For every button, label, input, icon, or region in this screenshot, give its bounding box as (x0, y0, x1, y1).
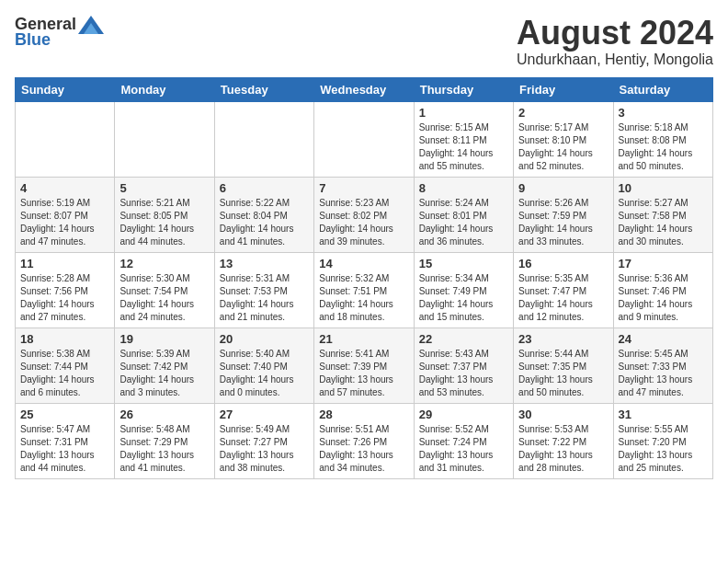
calendar-cell: 17Sunrise: 5:36 AM Sunset: 7:46 PM Dayli… (613, 252, 712, 327)
calendar-week-row: 11Sunrise: 5:28 AM Sunset: 7:56 PM Dayli… (16, 252, 713, 327)
calendar-cell: 19Sunrise: 5:39 AM Sunset: 7:42 PM Dayli… (115, 327, 214, 403)
day-number: 12 (119, 257, 209, 270)
day-info: Sunrise: 5:22 AM Sunset: 8:04 PM Dayligh… (220, 197, 309, 248)
day-info: Sunrise: 5:24 AM Sunset: 8:01 PM Dayligh… (419, 197, 508, 248)
day-info: Sunrise: 5:53 AM Sunset: 7:22 PM Dayligh… (518, 423, 608, 475)
calendar-cell: 4Sunrise: 5:19 AM Sunset: 8:07 PM Daylig… (16, 177, 115, 252)
day-info: Sunrise: 5:51 AM Sunset: 7:26 PM Dayligh… (319, 423, 408, 475)
calendar-cell: 28Sunrise: 5:51 AM Sunset: 7:26 PM Dayli… (314, 403, 414, 478)
day-number: 5 (119, 181, 209, 195)
day-info: Sunrise: 5:15 AM Sunset: 8:11 PM Dayligh… (419, 121, 508, 173)
day-number: 17 (619, 257, 708, 270)
day-number: 15 (419, 257, 508, 270)
calendar-cell: 31Sunrise: 5:55 AM Sunset: 7:20 PM Dayli… (613, 403, 712, 478)
day-number: 28 (319, 408, 408, 421)
day-number: 6 (220, 181, 309, 195)
calendar-cell: 12Sunrise: 5:30 AM Sunset: 7:54 PM Dayli… (115, 252, 214, 327)
calendar-cell: 6Sunrise: 5:22 AM Sunset: 8:04 PM Daylig… (214, 177, 313, 252)
logo-blue: Blue (15, 30, 51, 50)
calendar-cell: 18Sunrise: 5:38 AM Sunset: 7:44 PM Dayli… (16, 327, 115, 403)
day-info: Sunrise: 5:19 AM Sunset: 8:07 PM Dayligh… (20, 197, 109, 248)
weekday-header: Wednesday (314, 77, 414, 101)
day-number: 14 (319, 257, 408, 270)
weekday-header: Friday (514, 77, 613, 101)
calendar-cell: 15Sunrise: 5:34 AM Sunset: 7:49 PM Dayli… (414, 252, 513, 327)
day-number: 16 (518, 257, 608, 270)
calendar-week-row: 1Sunrise: 5:15 AM Sunset: 8:11 PM Daylig… (16, 101, 713, 177)
day-info: Sunrise: 5:34 AM Sunset: 7:49 PM Dayligh… (419, 272, 508, 324)
calendar-cell: 27Sunrise: 5:49 AM Sunset: 7:27 PM Dayli… (214, 403, 313, 478)
day-number: 10 (619, 181, 708, 195)
day-number: 7 (319, 181, 408, 195)
day-info: Sunrise: 5:31 AM Sunset: 7:53 PM Dayligh… (220, 272, 309, 324)
day-number: 31 (619, 408, 708, 421)
day-number: 11 (20, 257, 109, 270)
calendar-cell: 20Sunrise: 5:40 AM Sunset: 7:40 PM Dayli… (214, 327, 313, 403)
weekday-header: Sunday (16, 77, 115, 101)
calendar-cell: 3Sunrise: 5:18 AM Sunset: 8:08 PM Daylig… (613, 101, 712, 177)
day-number: 21 (319, 332, 408, 346)
logo: General Blue (15, 15, 106, 50)
calendar-cell (314, 101, 414, 177)
day-info: Sunrise: 5:55 AM Sunset: 7:20 PM Dayligh… (619, 423, 708, 475)
calendar-week-row: 18Sunrise: 5:38 AM Sunset: 7:44 PM Dayli… (16, 327, 713, 403)
weekday-header-row: SundayMondayTuesdayWednesdayThursdayFrid… (16, 77, 713, 101)
day-info: Sunrise: 5:47 AM Sunset: 7:31 PM Dayligh… (20, 423, 109, 475)
day-info: Sunrise: 5:28 AM Sunset: 7:56 PM Dayligh… (20, 272, 109, 324)
calendar-cell: 9Sunrise: 5:26 AM Sunset: 7:59 PM Daylig… (514, 177, 613, 252)
calendar-week-row: 25Sunrise: 5:47 AM Sunset: 7:31 PM Dayli… (16, 403, 713, 478)
day-info: Sunrise: 5:52 AM Sunset: 7:24 PM Dayligh… (419, 423, 508, 475)
calendar-cell: 1Sunrise: 5:15 AM Sunset: 8:11 PM Daylig… (414, 101, 513, 177)
day-number: 25 (20, 408, 109, 421)
calendar-cell: 14Sunrise: 5:32 AM Sunset: 7:51 PM Dayli… (314, 252, 414, 327)
weekday-header: Saturday (613, 77, 712, 101)
calendar-cell: 22Sunrise: 5:43 AM Sunset: 7:37 PM Dayli… (414, 327, 513, 403)
calendar-cell: 2Sunrise: 5:17 AM Sunset: 8:10 PM Daylig… (514, 101, 613, 177)
day-number: 29 (419, 408, 508, 421)
day-number: 2 (518, 106, 608, 120)
day-info: Sunrise: 5:27 AM Sunset: 7:58 PM Dayligh… (619, 197, 708, 248)
calendar-cell: 29Sunrise: 5:52 AM Sunset: 7:24 PM Dayli… (414, 403, 513, 478)
day-number: 19 (119, 332, 209, 346)
page-header: General Blue August 2024 Undurkhaan, Hen… (15, 15, 713, 68)
day-info: Sunrise: 5:44 AM Sunset: 7:35 PM Dayligh… (518, 348, 608, 399)
day-info: Sunrise: 5:17 AM Sunset: 8:10 PM Dayligh… (518, 121, 608, 173)
day-number: 4 (20, 181, 109, 195)
day-info: Sunrise: 5:39 AM Sunset: 7:42 PM Dayligh… (119, 348, 209, 399)
calendar-cell: 8Sunrise: 5:24 AM Sunset: 8:01 PM Daylig… (414, 177, 513, 252)
day-number: 30 (518, 408, 608, 421)
day-number: 20 (220, 332, 309, 346)
weekday-header: Monday (115, 77, 214, 101)
calendar-cell: 13Sunrise: 5:31 AM Sunset: 7:53 PM Dayli… (214, 252, 313, 327)
logo-icon (78, 16, 104, 34)
calendar-cell: 26Sunrise: 5:48 AM Sunset: 7:29 PM Dayli… (115, 403, 214, 478)
day-info: Sunrise: 5:35 AM Sunset: 7:47 PM Dayligh… (518, 272, 608, 324)
day-info: Sunrise: 5:32 AM Sunset: 7:51 PM Dayligh… (319, 272, 408, 324)
calendar-cell: 5Sunrise: 5:21 AM Sunset: 8:05 PM Daylig… (115, 177, 214, 252)
day-info: Sunrise: 5:36 AM Sunset: 7:46 PM Dayligh… (619, 272, 708, 324)
day-info: Sunrise: 5:30 AM Sunset: 7:54 PM Dayligh… (119, 272, 209, 324)
calendar-cell (214, 101, 313, 177)
calendar-cell: 21Sunrise: 5:41 AM Sunset: 7:39 PM Dayli… (314, 327, 414, 403)
day-info: Sunrise: 5:43 AM Sunset: 7:37 PM Dayligh… (419, 348, 508, 399)
location: Undurkhaan, Hentiy, Mongolia (517, 52, 713, 68)
day-number: 26 (119, 408, 209, 421)
calendar-cell: 11Sunrise: 5:28 AM Sunset: 7:56 PM Dayli… (16, 252, 115, 327)
day-number: 3 (619, 106, 708, 120)
day-number: 24 (619, 332, 708, 346)
calendar-cell: 7Sunrise: 5:23 AM Sunset: 8:02 PM Daylig… (314, 177, 414, 252)
day-info: Sunrise: 5:38 AM Sunset: 7:44 PM Dayligh… (20, 348, 109, 399)
calendar-cell: 16Sunrise: 5:35 AM Sunset: 7:47 PM Dayli… (514, 252, 613, 327)
weekday-header: Tuesday (214, 77, 313, 101)
day-info: Sunrise: 5:49 AM Sunset: 7:27 PM Dayligh… (220, 423, 309, 475)
calendar-cell: 25Sunrise: 5:47 AM Sunset: 7:31 PM Dayli… (16, 403, 115, 478)
day-info: Sunrise: 5:48 AM Sunset: 7:29 PM Dayligh… (119, 423, 209, 475)
day-number: 23 (518, 332, 608, 346)
day-info: Sunrise: 5:18 AM Sunset: 8:08 PM Dayligh… (619, 121, 708, 173)
month-title: August 2024 Undurkhaan, Hentiy, Mongolia (517, 15, 713, 68)
day-number: 22 (419, 332, 508, 346)
day-number: 8 (419, 181, 508, 195)
calendar: SundayMondayTuesdayWednesdayThursdayFrid… (15, 77, 713, 479)
calendar-week-row: 4Sunrise: 5:19 AM Sunset: 8:07 PM Daylig… (16, 177, 713, 252)
calendar-cell: 23Sunrise: 5:44 AM Sunset: 7:35 PM Dayli… (514, 327, 613, 403)
